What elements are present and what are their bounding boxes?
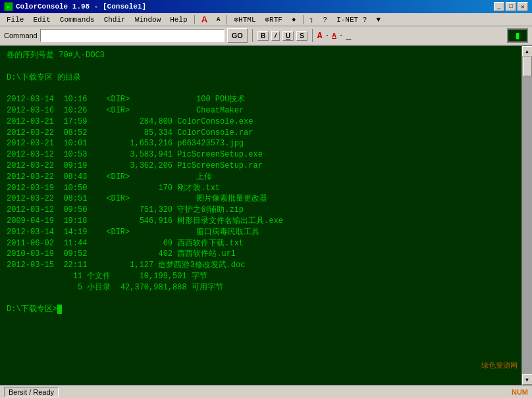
toolbar-divider-1 bbox=[252, 29, 253, 42]
title-bar-controls[interactable]: _ □ ✕ bbox=[494, 2, 528, 11]
go-button[interactable]: GO bbox=[227, 28, 248, 43]
menu-bracket[interactable]: ┐ bbox=[306, 14, 318, 24]
console-line-8: 2012-03-21 10:01 1,653,216 p663423573.jp… bbox=[7, 138, 525, 149]
toolbar-divider-2 bbox=[312, 29, 313, 42]
underline2-button[interactable]: · bbox=[339, 32, 344, 39]
underline-button[interactable]: U bbox=[282, 31, 294, 41]
command-label: Command bbox=[4, 32, 38, 39]
strikethrough-button[interactable]: S bbox=[296, 31, 307, 41]
menu-font-large[interactable]: A bbox=[198, 13, 211, 26]
font-highlight-button[interactable]: A bbox=[332, 32, 336, 39]
menu-file[interactable]: File bbox=[3, 14, 28, 25]
console-line-14: 2012-03-12 09:50 751,320 守护之剑辅助.zip bbox=[7, 205, 525, 216]
menu-inet[interactable]: I-NET ? bbox=[332, 14, 371, 25]
scrollbar-up-button[interactable]: ▲ bbox=[522, 46, 533, 57]
close-button[interactable]: ✕ bbox=[518, 2, 528, 11]
console-line-17: 2011-06-02 11:44 69 西西软件下载.txt bbox=[7, 238, 525, 249]
font-underline-btn[interactable]: _ bbox=[346, 31, 351, 41]
maximize-button[interactable]: □ bbox=[506, 2, 516, 11]
menu-window[interactable]: Window bbox=[131, 14, 165, 25]
console-line-16: 2012-03-14 14:19 <DIR> 窗口病毒民取工具 bbox=[7, 227, 525, 238]
scrollbar-down-button[interactable]: ▼ bbox=[522, 374, 533, 385]
console-line-7: 2012-03-22 08:52 85,334 ColorConsole.rar bbox=[7, 128, 525, 139]
console-line-11: 2012-03-22 08:43 <DIR> 上传 bbox=[7, 172, 525, 183]
menu-help[interactable]: Help bbox=[166, 14, 191, 25]
console-line-4: 2012-03-14 10:16 <DIR> 100 POU技术 bbox=[7, 94, 525, 105]
scrollbar-track[interactable] bbox=[522, 57, 533, 374]
console-line-2: D:\下载专区 的目录 bbox=[7, 72, 525, 84]
menu-question[interactable]: ? bbox=[319, 14, 332, 25]
menu-edit[interactable]: Edit bbox=[29, 14, 54, 25]
scrollbar[interactable]: ▲ ▼ bbox=[521, 46, 532, 385]
menu-rtf[interactable]: ⊗RTF bbox=[261, 14, 286, 25]
title-bar: ▶ ColorConsole 1.98 - [Console1] _ □ ✕ bbox=[0, 0, 532, 13]
console-line-6: 2012-03-21 17:59 284,800 ColorConsole.ex… bbox=[7, 116, 525, 128]
minimize-button[interactable]: _ bbox=[494, 2, 504, 11]
console-line-18: 2010-03-19 09:52 402 西西软件站.url bbox=[7, 249, 525, 260]
title-bar-text: ColorConsole 1.98 - [Console1] bbox=[16, 3, 146, 11]
status-bar: Bersit / Ready NUM bbox=[0, 385, 532, 398]
menu-commands[interactable]: Commands bbox=[56, 14, 99, 25]
menu-font-small[interactable]: A bbox=[213, 15, 224, 24]
scrollbar-thumb[interactable] bbox=[523, 57, 532, 76]
console-line-21: 5 小目录 42,370,981,888 可用字节 bbox=[7, 282, 525, 293]
console-line-10: 2012-03-22 09:19 3,362,206 PicScreenSetu… bbox=[7, 161, 525, 172]
console-container: 卷的序列号是 70#人-DOC3 D:\下载专区 的目录 2012-03-14 … bbox=[0, 46, 532, 385]
console-line-15: 2009-04-19 19:18 546,916 树形目录文件名输出工具.exe bbox=[7, 216, 525, 227]
menu-bar: File Edit Commands Chdir Window Help A A… bbox=[0, 13, 532, 26]
console-line-19: 2012-03-15 22:11 1,127 造梦西游3修改发武.doc bbox=[7, 260, 525, 271]
console-line-23: D:\下载专区> bbox=[7, 304, 525, 315]
font-color-A-red[interactable]: A bbox=[317, 31, 323, 41]
console-line-5: 2012-03-16 10:26 <DIR> CheatMaker bbox=[7, 105, 525, 116]
status-num: NUM bbox=[512, 388, 528, 396]
terminal-icon: ▮ bbox=[514, 29, 521, 42]
console-line-1 bbox=[7, 61, 525, 72]
menu-divider-3 bbox=[303, 15, 304, 24]
menu-arrow[interactable]: ▼ bbox=[372, 14, 385, 25]
command-input[interactable] bbox=[40, 29, 225, 42]
console-line-0: 卷的序列号是 70#人-DOC3 bbox=[7, 50, 525, 61]
console-line-22 bbox=[7, 293, 525, 305]
italic-button[interactable]: / bbox=[271, 31, 280, 41]
menu-html[interactable]: ⊗HTML bbox=[230, 14, 259, 25]
terminal-icon-box[interactable]: ▮ bbox=[507, 28, 528, 43]
menu-chdir[interactable]: Chdir bbox=[100, 14, 130, 25]
watermark: 绿色资源网 bbox=[481, 361, 518, 370]
app-icon: ▶ bbox=[4, 2, 13, 11]
console-line-12: 2012-03-19 10:50 170 刚才装.txt bbox=[7, 183, 525, 194]
toolbar: Command GO B / U S A · A · _ ▮ bbox=[0, 26, 532, 46]
menu-diamond[interactable]: ♦ bbox=[288, 14, 300, 25]
bold-button[interactable]: B bbox=[257, 31, 269, 41]
console-line-13: 2012-03-22 08:51 <DIR> 图片像素批量更改器 bbox=[7, 193, 525, 205]
menu-divider-1 bbox=[194, 15, 195, 24]
title-bar-left: ▶ ColorConsole 1.98 - [Console1] bbox=[4, 2, 146, 11]
console-output: 卷的序列号是 70#人-DOC3 D:\下载专区 的目录 2012-03-14 … bbox=[0, 46, 532, 385]
menu-divider-2 bbox=[226, 15, 227, 24]
console-line-20: 11 个文件 10,199,501 字节 bbox=[7, 271, 525, 282]
status-ready: Bersit / Ready bbox=[4, 387, 59, 397]
font-color-A-black[interactable]: · bbox=[325, 32, 330, 39]
console-line-3 bbox=[7, 83, 525, 94]
console-line-9: 2012-03-12 10:53 3,583,941 PicScreenSetu… bbox=[7, 149, 525, 161]
